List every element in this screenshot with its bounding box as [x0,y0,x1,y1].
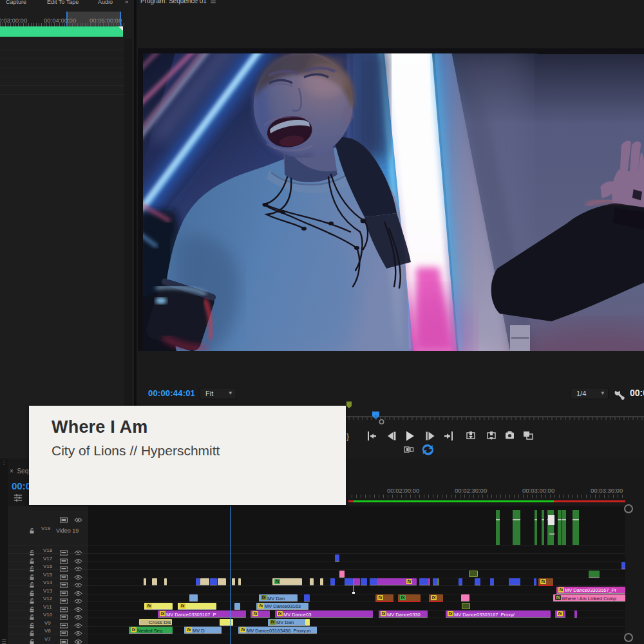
svg-text:}: } [346,432,349,441]
